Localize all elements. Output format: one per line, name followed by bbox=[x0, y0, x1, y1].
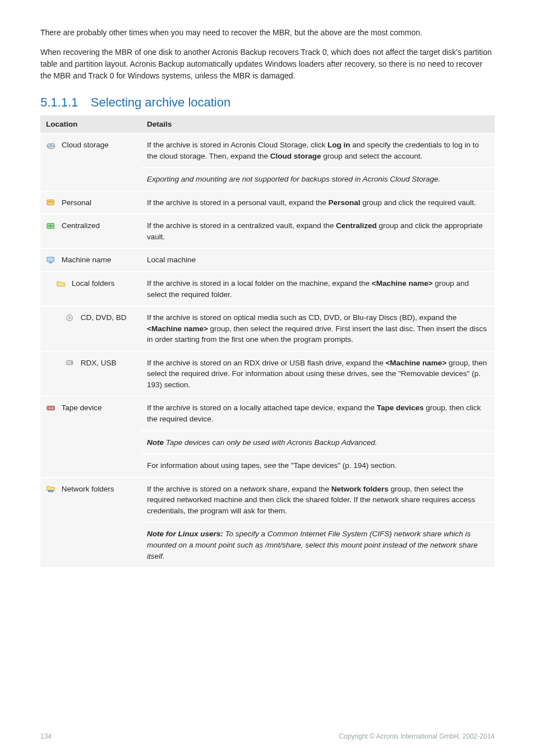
bold: Network folders bbox=[331, 485, 389, 493]
local-folders-label: Local folders bbox=[72, 279, 115, 287]
rdx-usb-label: RDX, USB bbox=[81, 359, 117, 367]
network-folders-label: Network folders bbox=[62, 485, 114, 493]
row-personal: Personal If the archive is stored in a p… bbox=[40, 191, 495, 215]
note-rest: Tape devices can only be used with Acron… bbox=[164, 438, 377, 447]
text: If the archive is stored in a personal v… bbox=[147, 198, 328, 207]
section-heading: 5.1.1.1 Selecting archive location bbox=[40, 95, 495, 110]
row-network-folders: Network folders If the archive is stored… bbox=[40, 477, 495, 523]
svg-rect-3 bbox=[47, 200, 54, 205]
removable-drive-icon bbox=[65, 359, 75, 368]
computer-icon bbox=[46, 256, 56, 265]
text: If the archive is stored in Acronis Clou… bbox=[147, 141, 328, 149]
cloud-storage-label: Cloud storage bbox=[62, 141, 109, 149]
page-footer: 134 Copyright © Acronis International Gm… bbox=[40, 732, 495, 740]
bold: <Machine name> bbox=[372, 279, 433, 287]
disc-icon bbox=[65, 314, 75, 323]
svg-rect-6 bbox=[47, 257, 54, 262]
text: If the archive is stored on an RDX drive… bbox=[147, 359, 385, 367]
text: If the archive is stored on optical medi… bbox=[147, 313, 456, 322]
personal-label: Personal bbox=[62, 198, 91, 207]
cd-dvd-bd-label: CD, DVD, BD bbox=[81, 313, 127, 322]
header-details: Details bbox=[141, 115, 495, 133]
bold: Centralized bbox=[336, 221, 377, 230]
network-folder-icon bbox=[46, 485, 56, 494]
section-number: 5.1.1.1 bbox=[40, 95, 78, 110]
svg-point-14 bbox=[52, 407, 54, 409]
bold: <Machine name> bbox=[385, 359, 446, 367]
note-lead: Note bbox=[147, 438, 164, 447]
intro-paragraph-2: When recovering the MBR of one disk to a… bbox=[40, 47, 495, 82]
svg-point-9 bbox=[69, 317, 71, 319]
note-lead: Note for Linux users: bbox=[147, 530, 223, 538]
svg-rect-4 bbox=[48, 202, 53, 202]
italic-note: Exporting and mounting are not supported… bbox=[147, 175, 440, 183]
row-machine-name: Machine name Local machine bbox=[40, 248, 495, 272]
svg-point-2 bbox=[51, 143, 54, 146]
row-tape-device: Tape device If the archive is stored on … bbox=[40, 396, 495, 430]
bold: Tape devices bbox=[377, 403, 424, 412]
row-local-folders: Local folders If the archive is stored i… bbox=[40, 272, 495, 306]
row-cd-dvd-bd: CD, DVD, BD If the archive is stored on … bbox=[40, 306, 495, 351]
text: group and click the required vault. bbox=[360, 198, 476, 207]
text: If the archive is stored in a local fold… bbox=[147, 279, 372, 287]
bold: Cloud storage bbox=[270, 152, 321, 160]
page-number: 134 bbox=[40, 732, 52, 740]
bold: <Machine name> bbox=[147, 324, 208, 333]
text: If the archive is stored on a network sh… bbox=[147, 485, 331, 493]
svg-point-13 bbox=[48, 407, 50, 409]
row-cloud-storage: Cloud storage If the archive is stored i… bbox=[40, 133, 495, 168]
machine-name-label: Machine name bbox=[62, 256, 112, 264]
text: If the archive is stored on a locally at… bbox=[147, 403, 377, 412]
tape-device-info: For information about using tapes, see t… bbox=[141, 454, 495, 477]
header-location: Location bbox=[40, 115, 141, 133]
text: group and select the account. bbox=[321, 152, 422, 160]
machine-name-detail: Local machine bbox=[141, 248, 495, 272]
centralized-vault-icon bbox=[46, 222, 56, 231]
table-header-row: Location Details bbox=[40, 115, 495, 133]
tape-device-label: Tape device bbox=[62, 403, 102, 412]
cloud-icon bbox=[46, 141, 56, 150]
svg-point-1 bbox=[47, 143, 51, 146]
text: If the archive is stored in a centralize… bbox=[147, 221, 336, 230]
centralized-label: Centralized bbox=[62, 221, 100, 230]
bold: Log in bbox=[328, 141, 350, 149]
personal-vault-icon bbox=[46, 198, 56, 207]
svg-rect-15 bbox=[48, 490, 53, 492]
tape-icon bbox=[46, 404, 56, 413]
section-title: Selecting archive location bbox=[91, 95, 230, 110]
svg-rect-7 bbox=[49, 262, 52, 263]
row-centralized: Centralized If the archive is stored in … bbox=[40, 214, 495, 248]
row-rdx-usb: RDX, USB If the archive is stored on an … bbox=[40, 351, 495, 397]
svg-rect-11 bbox=[71, 362, 73, 364]
bold: Personal bbox=[328, 198, 360, 207]
folder-icon bbox=[56, 280, 66, 289]
intro-paragraph-1: There are probably other times when you … bbox=[40, 27, 495, 39]
copyright: Copyright © Acronis International GmbH, … bbox=[339, 732, 495, 740]
archive-location-table: Location Details Cloud storage If the ar… bbox=[40, 115, 495, 567]
